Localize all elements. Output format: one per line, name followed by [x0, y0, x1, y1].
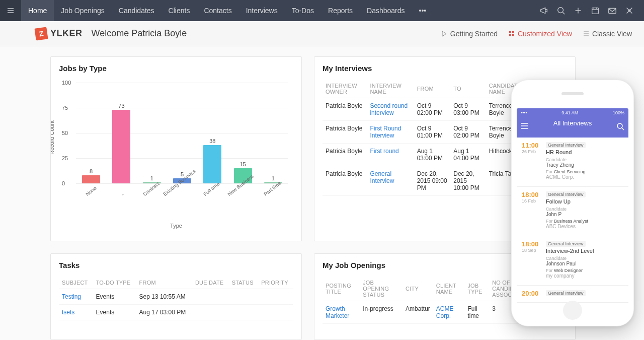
mobile-list-item[interactable]: 20:00 General Interview: [517, 286, 628, 303]
bar--[interactable]: 73-: [112, 103, 131, 183]
table-row[interactable]: TestingEventsSep 13 10:55 AM: [59, 289, 293, 304]
nav-contacts[interactable]: Contacts: [197, 0, 238, 21]
getting-started-link[interactable]: Getting Started: [441, 30, 498, 38]
nav-to-dos[interactable]: To-Dos: [285, 0, 321, 21]
nav-interviews[interactable]: Interviews: [239, 0, 285, 21]
mobile-list-item[interactable]: 18:0016 Feb General Interview Follow Up …: [517, 187, 628, 236]
mobile-search-icon[interactable]: [616, 122, 624, 132]
bar-none[interactable]: 8None: [82, 168, 101, 183]
svg-point-0: [558, 8, 564, 13]
top-nav: HomeJob OpeningsCandidatesClientsContact…: [0, 0, 644, 21]
calendar-icon[interactable]: [587, 0, 604, 21]
svg-rect-2: [609, 9, 616, 14]
nav-candidates[interactable]: Candidates: [112, 0, 162, 21]
customized-view-link[interactable]: Customized View: [509, 30, 572, 38]
svg-rect-1: [592, 8, 599, 14]
mobile-header: •••• 9:41 AM 100% All Interviews: [517, 108, 628, 138]
classic-view-link[interactable]: Classic View: [583, 30, 632, 38]
brand-badge: Z: [34, 27, 48, 40]
nav-job-openings[interactable]: Job Openings: [54, 0, 111, 21]
bar-existing-business[interactable]: 5Existing Business: [173, 171, 192, 183]
welcome-text: Welcome Patricia Boyle: [92, 28, 187, 39]
mobile-interview-list: 11:0026 Feb General Interview HR Round C…: [517, 138, 628, 303]
announce-icon[interactable]: [535, 0, 552, 21]
mobile-preview: •••• 9:41 AM 100% All Interviews 11:0026…: [511, 80, 634, 326]
brand-text: YLKER: [50, 28, 83, 39]
tasks-table: SUBJECTTO-DO TYPEFROMDUE DATESTATUSPRIOR…: [59, 276, 293, 320]
brand-logo: Z YLKER: [35, 28, 83, 40]
nav-dashboards[interactable]: Dashboards: [360, 0, 412, 21]
bar-new-business[interactable]: 15New Business: [233, 161, 253, 183]
search-icon[interactable]: [552, 0, 570, 21]
signal-icon: ••••: [521, 110, 527, 115]
sub-header: Z YLKER Welcome Patricia Boyle Getting S…: [0, 21, 644, 46]
nav-more[interactable]: •••: [412, 0, 434, 21]
bar-full-time[interactable]: 38Full time: [203, 138, 222, 183]
bar-contract[interactable]: 1Contract: [142, 175, 162, 183]
svg-rect-7: [512, 34, 514, 36]
mobile-title: All Interviews: [517, 117, 628, 127]
bar-part-time[interactable]: 1Part time: [264, 175, 283, 183]
svg-rect-4: [509, 31, 511, 33]
svg-point-8: [617, 123, 622, 128]
mobile-menu-icon[interactable]: [521, 122, 529, 131]
jobs-chart: Record Count 02550751008None73-1Contract…: [59, 79, 293, 225]
nav-reports[interactable]: Reports: [321, 0, 360, 21]
svg-rect-5: [512, 31, 514, 33]
mobile-list-item[interactable]: 11:0026 Feb General Interview HR Round C…: [517, 138, 628, 187]
nav-clients[interactable]: Clients: [162, 0, 197, 21]
nav-home[interactable]: Home: [21, 0, 54, 21]
tasks-card: Tasks SUBJECTTO-DO TYPEFROMDUE DATESTATU…: [50, 253, 302, 341]
mobile-list-item[interactable]: 18:0018 Sep General Interview Interview-…: [517, 236, 628, 286]
mail-icon[interactable]: [604, 0, 621, 21]
card-title: Tasks: [59, 261, 293, 269]
clock: 9:41 AM: [561, 110, 578, 115]
settings-icon[interactable]: [621, 0, 638, 21]
add-icon[interactable]: [570, 0, 587, 21]
battery: 100%: [613, 110, 624, 115]
jobs-by-type-card: Jobs by Type Record Count 02550751008Non…: [50, 56, 302, 241]
svg-rect-6: [509, 34, 511, 36]
card-title: My Interviews: [323, 64, 567, 73]
menu-icon[interactable]: [0, 0, 21, 21]
table-row[interactable]: tsetsEventsAug 17 03:00 PM: [59, 304, 293, 320]
card-title: Jobs by Type: [59, 64, 293, 73]
